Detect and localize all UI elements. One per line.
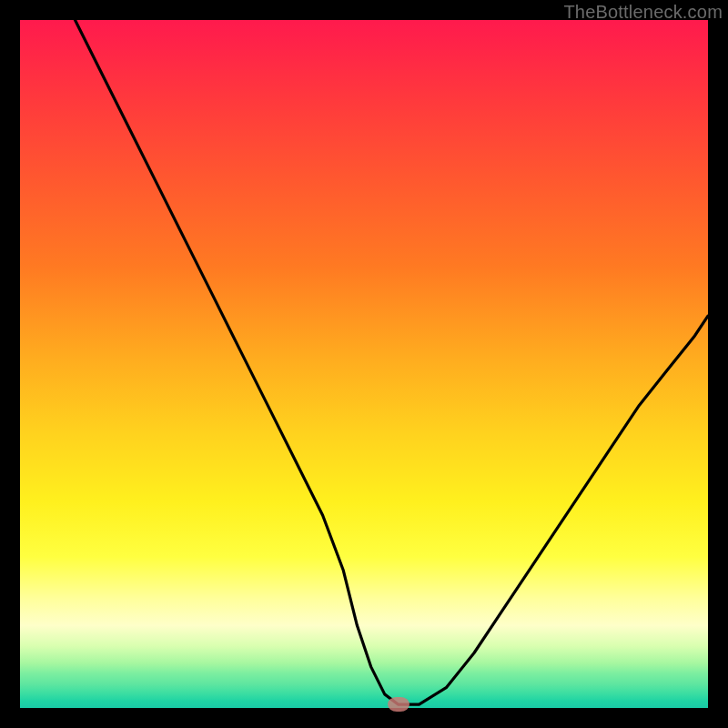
optimum-marker <box>388 697 410 712</box>
plot-area <box>20 20 708 708</box>
chart-frame: TheBottleneck.com <box>0 0 728 728</box>
watermark-text: TheBottleneck.com <box>563 2 723 23</box>
bottleneck-curve <box>20 20 708 708</box>
